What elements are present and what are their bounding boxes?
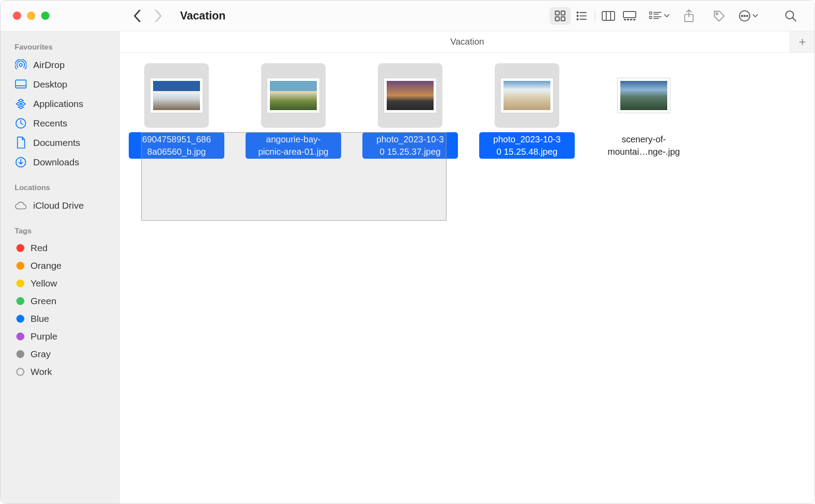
sidebar-item-label: Downloads: [33, 157, 79, 168]
svg-rect-15: [627, 19, 629, 20]
svg-rect-18: [650, 12, 652, 14]
tag-dot-icon: [16, 368, 24, 376]
svg-point-29: [746, 15, 748, 16]
minimize-window-button[interactable]: [27, 11, 35, 20]
sidebar-item-label: Recents: [33, 118, 67, 129]
sidebar-tag-work[interactable]: Work: [0, 363, 120, 381]
separator: [595, 10, 595, 22]
desktop-icon: [15, 78, 27, 91]
svg-rect-2: [555, 17, 559, 21]
sidebar-tag-purple[interactable]: Purple: [0, 328, 120, 345]
file-thumbnail: [261, 63, 326, 128]
file-label: photo_2023-10-30 15.25.48.jpeg: [479, 132, 575, 159]
svg-point-25: [716, 13, 718, 15]
svg-rect-3: [561, 17, 565, 21]
new-tab-button[interactable]: +: [790, 31, 815, 53]
icon-view-button[interactable]: [550, 7, 571, 25]
svg-rect-19: [650, 16, 652, 19]
applications-icon: [15, 98, 27, 110]
sidebar-item-label: AirDrop: [33, 60, 65, 70]
svg-rect-17: [633, 19, 635, 20]
sidebar-tag-yellow[interactable]: Yellow: [0, 275, 120, 292]
tag-dot-icon: [16, 262, 24, 270]
file-label: scenery-of-mountai…nge-.jpg: [596, 132, 692, 159]
tag-label: Purple: [31, 331, 58, 342]
window-body: Favourites AirDrop Desktop Applications …: [0, 31, 815, 504]
file-item[interactable]: photo_2023-10-30 15.25.48.jpeg: [479, 63, 575, 159]
sidebar-item-label: Documents: [33, 137, 80, 148]
forward-button[interactable]: [154, 10, 162, 22]
tag-label: Red: [31, 243, 48, 253]
sidebar-tag-orange[interactable]: Orange: [0, 257, 120, 275]
tag-dot-icon: [16, 332, 24, 340]
airdrop-icon: [15, 59, 27, 71]
file-grid[interactable]: 6904758951_6868a06560_b.jpg angourie-bay…: [120, 53, 815, 504]
tag-label: Yellow: [31, 278, 57, 289]
list-view-button[interactable]: [571, 7, 592, 25]
icloud-icon: [15, 199, 27, 212]
tag-dot-icon: [16, 350, 24, 358]
file-thumbnail: [611, 63, 676, 128]
tag-button[interactable]: [708, 7, 730, 25]
titlebar: Vacation: [0, 0, 815, 31]
file-item[interactable]: photo_2023-10-30 15.25.37.jpeg: [362, 63, 458, 159]
group-by-button[interactable]: [649, 11, 669, 21]
fullscreen-window-button[interactable]: [41, 11, 50, 20]
recents-icon: [15, 117, 27, 130]
gallery-view-button[interactable]: [619, 7, 640, 25]
file-item[interactable]: angourie-bay-picnic-area-01.jpg: [246, 63, 341, 159]
sidebar-tag-red[interactable]: Red: [0, 239, 120, 257]
tab-bar: Vacation +: [120, 31, 815, 53]
tab-label[interactable]: Vacation: [450, 37, 484, 47]
share-button[interactable]: [678, 7, 700, 25]
search-button[interactable]: [780, 7, 801, 25]
sidebar: Favourites AirDrop Desktop Applications …: [0, 31, 120, 504]
back-button[interactable]: [133, 10, 141, 22]
sidebar-section-tags: Tags: [0, 224, 120, 239]
sidebar-item-documents[interactable]: Documents: [0, 133, 120, 153]
tag-dot-icon: [16, 315, 24, 323]
file-thumbnail: [144, 63, 209, 128]
sidebar-item-applications[interactable]: Applications: [0, 94, 120, 114]
sidebar-item-icloud[interactable]: iCloud Drive: [0, 196, 120, 215]
finder-window: Vacation: [0, 0, 815, 504]
tag-label: Work: [31, 367, 52, 377]
window-controls: [0, 11, 120, 20]
svg-point-4: [577, 12, 578, 13]
sidebar-item-recents[interactable]: Recents: [0, 114, 120, 133]
sidebar-item-downloads[interactable]: Downloads: [0, 153, 120, 172]
file-item[interactable]: 6904758951_6868a06560_b.jpg: [129, 63, 224, 159]
downloads-icon: [15, 156, 27, 168]
svg-rect-13: [623, 11, 636, 18]
tag-label: Gray: [31, 349, 51, 359]
sidebar-tag-gray[interactable]: Gray: [0, 345, 120, 363]
svg-rect-33: [15, 80, 26, 88]
svg-rect-0: [555, 11, 559, 15]
view-switcher: [550, 7, 640, 25]
sidebar-section-favourites: Favourites: [0, 40, 120, 55]
sidebar-item-label: iCloud Drive: [33, 200, 84, 211]
file-item[interactable]: scenery-of-mountai…nge-.jpg: [596, 63, 692, 159]
svg-point-8: [577, 19, 578, 20]
toolbar: [550, 7, 815, 25]
tag-label: Blue: [31, 313, 49, 324]
svg-rect-1: [561, 11, 565, 15]
column-view-button[interactable]: [598, 7, 619, 25]
file-label: angourie-bay-picnic-area-01.jpg: [246, 132, 341, 159]
close-window-button[interactable]: [13, 11, 21, 20]
sidebar-item-label: Applications: [33, 99, 83, 109]
sidebar-item-desktop[interactable]: Desktop: [0, 75, 120, 94]
sidebar-tag-blue[interactable]: Blue: [0, 310, 120, 328]
svg-rect-10: [602, 11, 615, 20]
svg-point-27: [742, 15, 743, 16]
documents-icon: [15, 137, 27, 149]
sidebar-item-label: Desktop: [33, 79, 67, 90]
folder-title: Vacation: [180, 9, 226, 22]
svg-line-31: [793, 18, 796, 21]
sidebar-tag-green[interactable]: Green: [0, 292, 120, 310]
svg-point-32: [19, 64, 23, 67]
tag-label: Green: [31, 296, 56, 306]
action-menu-button[interactable]: [738, 10, 758, 22]
sidebar-item-airdrop[interactable]: AirDrop: [0, 55, 120, 75]
tag-dot-icon: [16, 297, 24, 305]
